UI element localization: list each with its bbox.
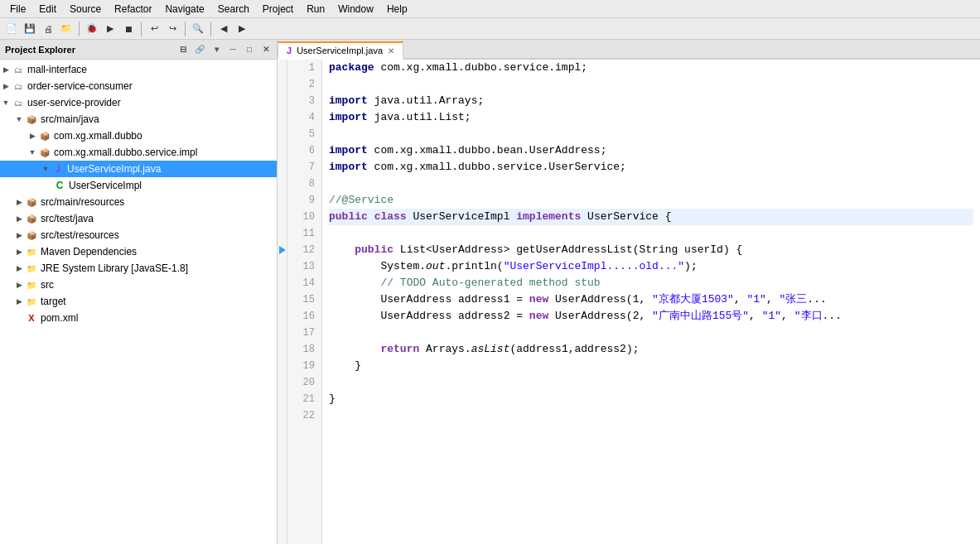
- toolbar-sep-4: [210, 22, 211, 36]
- gutter-3: [278, 93, 287, 109]
- tree-toggle-src[interactable]: ▶: [13, 279, 25, 291]
- tree-item-maven-dep[interactable]: ▶ 📁 Maven Dependencies: [0, 243, 277, 260]
- tree-toggle-jre[interactable]: ▶: [13, 262, 25, 274]
- ln-9: 9: [291, 192, 315, 209]
- folder-icon-jre: 📁: [25, 262, 38, 275]
- code-line-13: System.out.println("UserServiceImpl.....…: [329, 258, 973, 275]
- code-line-4: import java.util.List;: [329, 109, 973, 126]
- gutter-2: [278, 76, 287, 93]
- tree-item-src[interactable]: ▶ 📁 src: [0, 277, 277, 293]
- menu-window[interactable]: Window: [331, 2, 380, 17]
- menu-file[interactable]: File: [3, 2, 32, 17]
- tree-item-mall-interface[interactable]: ▶ 🗂 mall-interface: [0, 61, 277, 78]
- project-icon-3: 🗂: [12, 96, 25, 109]
- code-line-20: [329, 374, 973, 391]
- tab-close-button[interactable]: ✕: [388, 46, 394, 55]
- code-content[interactable]: package com.xg.xmall.dubbo.service.impl;…: [322, 60, 980, 544]
- tab-label: UserServiceImpl.java: [297, 46, 383, 55]
- ln-22: 22: [291, 407, 315, 424]
- menu-project[interactable]: Project: [256, 2, 300, 17]
- tree-item-com-service-impl[interactable]: ▼ 📦 com.xg.xmall.dubbo.service.impl: [0, 144, 277, 161]
- code-line-8: [329, 176, 973, 192]
- code-line-3: import java.util.Arrays;: [329, 93, 973, 109]
- breakpoint-gutter: [278, 60, 287, 544]
- tree-label-stj: src/test/java: [41, 213, 94, 224]
- tree-item-src-test-resources[interactable]: ▶ 📦 src/test/resources: [0, 227, 277, 243]
- menu-navigate[interactable]: Navigate: [158, 2, 210, 17]
- editor-tab-userserviceimpl[interactable]: J UserServiceImpl.java ✕: [278, 41, 403, 60]
- tree-toggle-str[interactable]: ▶: [13, 229, 25, 241]
- tree-toggle-mall-interface[interactable]: ▶: [0, 64, 12, 75]
- tree-toggle-smj[interactable]: ▼: [13, 113, 25, 125]
- code-editor[interactable]: 1 2 3 4 5 6 7 8 9 10 11 12 13 14 15 16 1…: [278, 60, 980, 544]
- tree-toggle-smr[interactable]: ▶: [13, 196, 25, 208]
- menu-edit[interactable]: Edit: [32, 2, 63, 17]
- tree-toggle-impl[interactable]: ▼: [27, 147, 38, 158]
- link-with-editor-icon[interactable]: 🔗: [194, 44, 205, 55]
- class-icon: C: [53, 179, 66, 192]
- tree-toggle-java[interactable]: ▼: [40, 163, 51, 175]
- undo-button[interactable]: ↩: [146, 21, 162, 37]
- next-button[interactable]: ▶: [234, 21, 250, 37]
- close-panel-icon[interactable]: ✕: [260, 44, 272, 55]
- new-button[interactable]: 📄: [3, 21, 20, 37]
- tree-item-jre[interactable]: ▶ 📁 JRE System Library [JavaSE-1.8]: [0, 260, 277, 277]
- menu-source[interactable]: Source: [63, 2, 108, 17]
- tree-area[interactable]: ▶ 🗂 mall-interface ▶ 🗂 order-service-con…: [0, 60, 277, 544]
- tree-item-src-main-resources[interactable]: ▶ 📦 src/main/resources: [0, 194, 277, 210]
- panel-title: Project Explorer: [5, 45, 172, 55]
- panel-menu-icon[interactable]: ▾: [210, 44, 222, 55]
- code-line-21: }: [329, 391, 973, 407]
- menu-run[interactable]: Run: [300, 2, 331, 17]
- tree-label-java: UserServiceImpl.java: [67, 163, 161, 175]
- tree-toggle-pom: [13, 312, 25, 324]
- tree-toggle-provider[interactable]: ▼: [0, 97, 12, 108]
- minimize-icon[interactable]: ─: [227, 44, 239, 55]
- tree-item-userserviceimpl-class[interactable]: C UserServiceImpl: [0, 177, 277, 194]
- print-button[interactable]: 🖨: [40, 21, 56, 37]
- code-line-22: [329, 407, 973, 424]
- tree-item-pom[interactable]: X pom.xml: [0, 310, 277, 326]
- run-button[interactable]: ▶: [102, 21, 118, 37]
- tree-label-3: user-service-provider: [27, 97, 121, 108]
- tree-toggle-target[interactable]: ▶: [13, 296, 25, 307]
- save-button[interactable]: 💾: [22, 21, 38, 37]
- tree-item-src-main-java[interactable]: ▼ 📦 src/main/java: [0, 111, 277, 128]
- maximize-icon[interactable]: □: [244, 44, 255, 55]
- tree-item-com-dubbo[interactable]: ▶ 📦 com.xg.xmall.dubbo: [0, 128, 277, 144]
- project-explorer: Project Explorer ⊟ 🔗 ▾ ─ □ ✕ ▶ 🗂 mall-in…: [0, 40, 278, 544]
- ln-16: 16: [291, 308, 315, 325]
- toolbar-sep-2: [141, 22, 142, 36]
- ln-13: 13: [291, 258, 315, 275]
- tree-label-maven: Maven Dependencies: [41, 246, 137, 258]
- tree-label-smj: src/main/java: [41, 113, 99, 125]
- ln-12: 12: [291, 242, 315, 258]
- tree-toggle-stj[interactable]: ▶: [13, 213, 25, 224]
- tree-item-userserviceimpl-java[interactable]: ▼ J UserServiceImpl.java: [0, 161, 277, 177]
- menu-refactor[interactable]: Refactor: [108, 2, 158, 17]
- tree-item-src-test-java[interactable]: ▶ 📦 src/test/java: [0, 210, 277, 227]
- ln-21: 21: [291, 391, 315, 407]
- prev-button[interactable]: ◀: [215, 21, 232, 37]
- tree-label-src: src: [41, 279, 54, 291]
- tree-item-user-service-provider[interactable]: ▼ 🗂 user-service-provider: [0, 94, 277, 111]
- redo-button[interactable]: ↪: [164, 21, 181, 37]
- gutter-16: [278, 308, 287, 325]
- folder-icon-target: 📁: [25, 295, 38, 308]
- collapse-all-icon[interactable]: ⊟: [177, 44, 189, 55]
- tree-item-target[interactable]: ▶ 📁 target: [0, 293, 277, 310]
- tree-item-order-service-consumer[interactable]: ▶ 🗂 order-service-consumer: [0, 78, 277, 94]
- tree-toggle-dubbo[interactable]: ▶: [27, 130, 38, 142]
- tree-label-impl: com.xg.xmall.dubbo.service.impl: [54, 147, 197, 158]
- search-button[interactable]: 🔍: [190, 21, 206, 37]
- menu-help[interactable]: Help: [380, 2, 414, 17]
- ln-6: 6: [291, 142, 315, 159]
- menu-search[interactable]: Search: [211, 2, 256, 17]
- new-java-project[interactable]: 📁: [58, 21, 75, 37]
- project-icon-2: 🗂: [12, 79, 25, 93]
- tree-toggle-order[interactable]: ▶: [0, 80, 12, 92]
- tree-toggle-maven[interactable]: ▶: [13, 246, 25, 258]
- toolbar: 📄 💾 🖨 📁 🐞 ▶ ⏹ ↩ ↪ 🔍 ◀ ▶: [0, 18, 980, 40]
- stop-button[interactable]: ⏹: [120, 21, 137, 37]
- debug-button[interactable]: 🐞: [84, 21, 100, 37]
